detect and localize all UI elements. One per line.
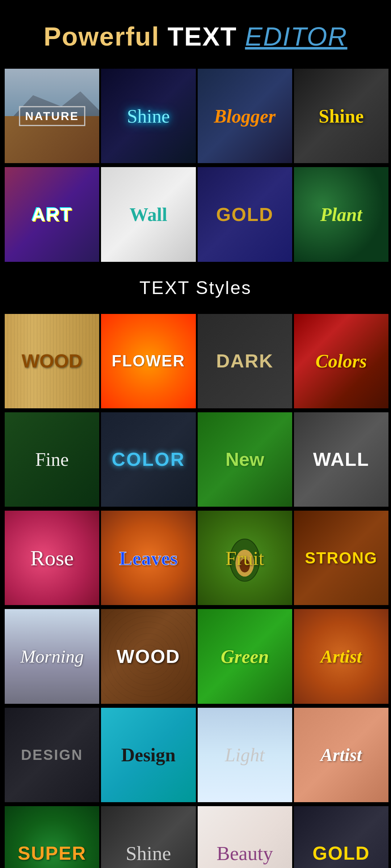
style-label-flower: FLOWER [112, 352, 185, 370]
style-label-rose: Rose [30, 545, 74, 570]
style-label-art: ART [31, 204, 72, 225]
title-text: TEXT [168, 22, 245, 51]
style-label-wood2: WOOD [117, 646, 180, 667]
style-item-wall[interactable]: Wall [101, 167, 196, 261]
header: Powerful TEXT EDITOR [0, 0, 391, 66]
style-label-super: SUPER [18, 842, 86, 864]
style-item-fine[interactable]: Fine [5, 412, 99, 507]
style-label-gold2: GOLD [312, 842, 370, 864]
title-editor: EDITOR [245, 22, 348, 51]
style-item-new[interactable]: New [198, 412, 292, 507]
style-label-morning: Morning [20, 646, 84, 667]
style-label-shine3: Shine [126, 842, 171, 865]
style-item-artist2[interactable]: Artist [294, 708, 388, 802]
style-label-dark: DARK [216, 350, 273, 372]
style-label-wall: Wall [130, 204, 167, 225]
style-item-nature[interactable]: NATURE [5, 69, 99, 163]
style-label-new: New [226, 448, 264, 470]
style-item-super[interactable]: SUPER [5, 806, 99, 868]
style-label-nature: NATURE [19, 106, 85, 126]
style-item-flower[interactable]: FLOWER [101, 314, 196, 408]
style-item-rose[interactable]: Rose [5, 511, 99, 605]
style-label-color: COLOR [112, 448, 185, 470]
style-label-gold: GOLD [216, 204, 273, 225]
style-item-shine3[interactable]: Shine [101, 806, 196, 868]
style-label-light: Light [225, 744, 265, 766]
style-label-wood: WOOD [22, 350, 83, 372]
style-label-plant: Plant [320, 204, 362, 225]
style-label-fine: Fine [35, 449, 68, 470]
style-label-artist: Artist [320, 646, 362, 667]
style-item-wood[interactable]: WOOD [5, 314, 99, 408]
style-grid: NATURE Shine Blogger Shine ART Wall GOLD… [0, 66, 391, 868]
style-item-morning[interactable]: Morning [5, 609, 99, 703]
style-label-fruit: Fruit [226, 546, 264, 569]
style-label-colors: Colors [316, 350, 367, 372]
style-label-artist2: Artist [320, 744, 362, 765]
style-label-design1: DESIGN [21, 747, 83, 763]
style-item-green[interactable]: Green [198, 609, 292, 703]
banner: TEXT Styles [4, 265, 387, 311]
style-item-beauty[interactable]: Beauty [198, 806, 292, 868]
style-item-design2[interactable]: Design [101, 708, 196, 802]
style-label-design2: Design [121, 744, 176, 766]
style-item-plant[interactable]: Plant [294, 167, 388, 261]
style-item-wall2[interactable]: WALL [294, 412, 388, 507]
style-label-beauty: Beauty [216, 842, 273, 865]
style-item-wood2[interactable]: WOOD [101, 609, 196, 703]
style-label-blogger: Blogger [214, 105, 276, 127]
style-item-light[interactable]: Light [198, 708, 292, 802]
style-item-color[interactable]: COLOR [101, 412, 196, 507]
title-powerful: Powerful [44, 22, 168, 51]
style-item-shine1[interactable]: Shine [101, 69, 196, 163]
style-item-leaves[interactable]: Leaves [101, 511, 196, 605]
style-item-dark[interactable]: DARK [198, 314, 292, 408]
app-title: Powerful TEXT EDITOR [7, 22, 384, 51]
style-label-shine2: Shine [319, 105, 363, 127]
style-item-blogger[interactable]: Blogger [198, 69, 292, 163]
style-label-green: Green [221, 646, 269, 667]
style-item-gold2[interactable]: GOLD [294, 806, 388, 868]
style-item-design1[interactable]: DESIGN [5, 708, 99, 802]
style-item-colors[interactable]: Colors [294, 314, 388, 408]
style-label-shine1: Shine [127, 105, 170, 127]
style-item-art[interactable]: ART [5, 167, 99, 261]
style-item-gold[interactable]: GOLD [198, 167, 292, 261]
banner-text: TEXT Styles [139, 278, 252, 298]
style-label-wall2: WALL [313, 448, 369, 470]
style-item-strong[interactable]: STRONG [294, 511, 388, 605]
style-item-fruit[interactable]: Fruit [198, 511, 292, 605]
style-item-artist[interactable]: Artist [294, 609, 388, 703]
style-label-strong: STRONG [305, 549, 377, 567]
style-label-leaves: Leaves [119, 546, 178, 569]
style-item-shine2[interactable]: Shine [294, 69, 388, 163]
